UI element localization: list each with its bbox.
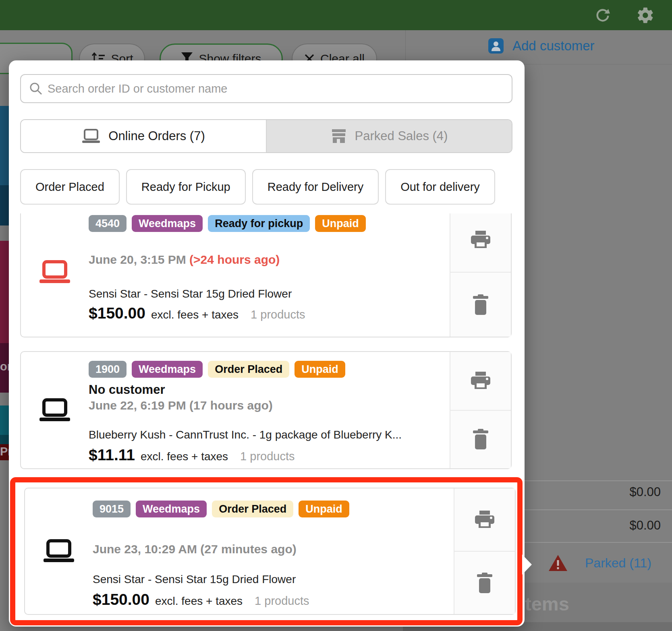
filter-ready-for-pickup[interactable]: Ready for Pickup: [126, 169, 246, 205]
order-id-badge: 4540: [89, 215, 127, 232]
order-status-badge: Ready for pickup: [208, 215, 310, 232]
product-count: 1 products: [251, 308, 305, 321]
tab-parked-sales-label: Parked Sales (4): [355, 129, 448, 143]
category-tile-maroon-footer[interactable]: on: [0, 343, 9, 393]
highlighted-order-outline: 9015 Weedmaps Order Placed Unpaid June 2…: [10, 477, 523, 625]
badge-row: 9015 Weedmaps Order Placed Unpaid: [93, 501, 454, 517]
category-tile-blue-footer[interactable]: [0, 185, 9, 226]
laptop-icon: [39, 398, 70, 422]
order-channel: [25, 488, 93, 614]
customer-badge-icon: [488, 38, 504, 54]
search-icon: [29, 82, 43, 95]
tab-online-orders[interactable]: Online Orders (7): [21, 120, 266, 152]
price-note: excl. fees + taxes: [155, 595, 243, 608]
price-note: excl. fees + taxes: [151, 308, 239, 321]
popover-arrow: [522, 554, 532, 575]
order-price: $150.00: [93, 591, 149, 608]
summary-total-value: $0.00: [540, 518, 661, 533]
order-product: Blueberry Kush - CannTrust Inc. - 1g pac…: [89, 428, 450, 441]
order-search: [20, 74, 512, 103]
order-product: Sensi Star - Sensi Star 15g Dried Flower: [89, 288, 450, 300]
category-tile-teal-footer[interactable]: [0, 435, 9, 444]
tile-label-fragment: Pr: [0, 445, 9, 458]
summary-subtotal-value: $0.00: [540, 485, 661, 499]
order-card-9015[interactable]: 9015 Weedmaps Order Placed Unpaid June 2…: [24, 488, 516, 615]
order-date: June 20, 3:15 PM (>24 hours ago): [89, 253, 450, 267]
parked-button[interactable]: Parked (11): [548, 554, 651, 572]
order-price-row: $11.11 excl. fees + taxes 1 products: [89, 446, 450, 464]
trash-icon: [472, 429, 489, 450]
delete-order-button[interactable]: [450, 273, 511, 337]
print-order-button[interactable]: [450, 213, 511, 273]
order-id-badge: 1900: [89, 361, 127, 378]
filter-out-for-delivery[interactable]: Out for delivery: [385, 169, 495, 205]
delete-order-button[interactable]: [454, 552, 515, 614]
payment-status-badge: Unpaid: [295, 361, 345, 378]
trash-icon: [476, 573, 494, 594]
order-status-badge: Order Placed: [212, 501, 293, 517]
gear-icon: [636, 6, 655, 25]
toolbar-divider: [405, 30, 406, 64]
category-tile-teal[interactable]: [0, 405, 9, 435]
laptop-icon: [82, 128, 100, 144]
online-orders-popover: Online Orders (7) Parked Sales (4) Order…: [9, 60, 525, 627]
cart-items-label: items: [520, 593, 569, 615]
order-age-alert: (>24 hours ago): [189, 253, 280, 266]
order-card-4540[interactable]: 4540 Weedmaps Ready for pickup Unpaid Ju…: [20, 213, 512, 337]
badge-row: 4540 Weedmaps Ready for pickup Unpaid: [89, 215, 450, 232]
order-source-badge: Weedmaps: [132, 215, 203, 232]
price-note: excl. fees + taxes: [141, 450, 228, 463]
category-tile-blue[interactable]: [0, 106, 9, 185]
refresh-icon: [594, 6, 612, 24]
badge-row: 1900 Weedmaps Order Placed Unpaid: [89, 361, 450, 378]
app-header-bar: [0, 0, 672, 30]
order-product: Sensi Star - Sensi Star 15g Dried Flower: [93, 573, 454, 586]
order-date: June 23, 10:29 AM (27 minutes ago): [93, 542, 454, 556]
printer-icon: [474, 511, 495, 529]
printer-icon: [470, 372, 491, 390]
trash-icon: [472, 294, 489, 315]
settings-button[interactable]: [636, 6, 655, 25]
print-order-button[interactable]: [454, 488, 515, 552]
order-channel: [21, 352, 89, 468]
product-count: 1 products: [240, 450, 295, 463]
order-date: June 22, 6:19 PM (17 hours ago): [89, 399, 450, 412]
warning-triangle-icon: [548, 554, 568, 572]
orders-tab-bar: Online Orders (7) Parked Sales (4): [20, 119, 512, 153]
order-actions: [454, 488, 515, 614]
payment-status-badge: Unpaid: [299, 501, 349, 517]
category-tile-red-footer[interactable]: Pr: [0, 444, 9, 460]
order-list: 4540 Weedmaps Ready for pickup Unpaid Ju…: [9, 213, 525, 627]
order-price-row: $150.00 excl. fees + taxes 1 products: [93, 591, 454, 608]
printer-icon: [470, 231, 491, 249]
tab-online-orders-label: Online Orders (7): [108, 129, 205, 143]
order-price: $11.11: [89, 446, 135, 464]
laptop-icon: [39, 260, 70, 284]
add-customer-label: Add customer: [512, 38, 595, 54]
order-id-badge: 9015: [93, 501, 131, 517]
delete-order-button[interactable]: [450, 411, 511, 469]
store-icon: [331, 128, 347, 144]
order-card-1900[interactable]: 1900 Weedmaps Order Placed Unpaid No cus…: [20, 351, 512, 469]
print-order-button[interactable]: [450, 352, 511, 411]
order-actions: [450, 352, 511, 468]
order-channel: [21, 213, 89, 337]
order-price: $150.00: [89, 304, 145, 322]
order-price-row: $150.00 excl. fees + taxes 1 products: [89, 304, 450, 322]
add-customer-button[interactable]: Add customer: [488, 37, 595, 55]
product-count: 1 products: [255, 594, 309, 608]
order-source-badge: Weedmaps: [136, 501, 207, 517]
category-tile-maroon[interactable]: [0, 241, 9, 343]
tab-parked-sales[interactable]: Parked Sales (4): [266, 120, 512, 152]
filter-order-placed[interactable]: Order Placed: [20, 169, 120, 205]
laptop-icon: [44, 539, 74, 563]
filter-ready-for-delivery[interactable]: Ready for Delivery: [252, 169, 379, 205]
pos-screen: Sort Show filters Clear all Add customer…: [0, 0, 672, 631]
tile-label-fragment: on: [0, 360, 9, 373]
refresh-button[interactable]: [593, 6, 612, 25]
order-search-input[interactable]: [20, 74, 512, 103]
parked-label: Parked (11): [585, 556, 651, 571]
order-source-badge: Weedmaps: [132, 361, 203, 378]
payment-status-badge: Unpaid: [315, 215, 366, 232]
order-status-badge: Order Placed: [208, 361, 289, 378]
